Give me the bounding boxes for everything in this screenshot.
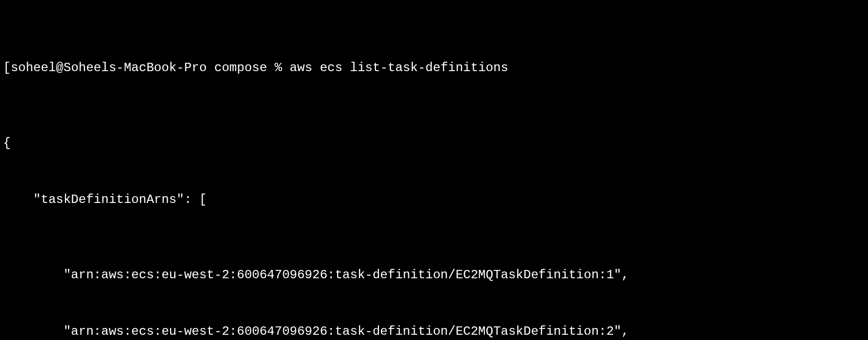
prompt-bracket: [ bbox=[3, 61, 10, 75]
prompt-cwd: compose bbox=[214, 61, 267, 75]
prompt-user-host: soheel@Soheels-MacBook-Pro bbox=[10, 61, 206, 75]
json-key-line: "taskDefinitionArns": [ bbox=[3, 190, 865, 209]
terminal-output: [soheel@Soheels-MacBook-Pro compose % aw… bbox=[0, 0, 868, 340]
json-open-brace: { bbox=[3, 134, 865, 153]
json-item: "arn:aws:ecs:eu-west-2:600647096926:task… bbox=[3, 266, 865, 285]
json-item: "arn:aws:ecs:eu-west-2:600647096926:task… bbox=[3, 322, 865, 340]
command-text: aws ecs list-task-definitions bbox=[290, 61, 508, 75]
prompt-line: [soheel@Soheels-MacBook-Pro compose % aw… bbox=[3, 59, 865, 77]
prompt-symbol: % bbox=[275, 61, 282, 75]
